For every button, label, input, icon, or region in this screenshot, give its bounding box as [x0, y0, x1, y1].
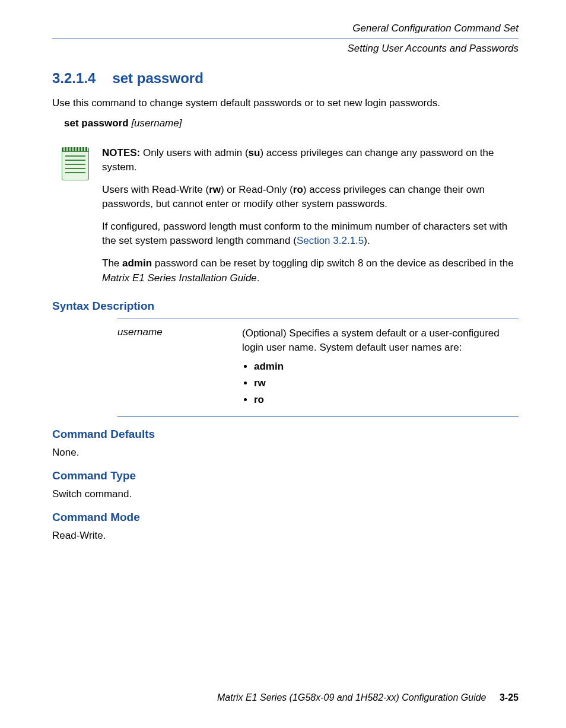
command-mode-text: Read-Write.: [52, 530, 519, 542]
intro-text: Use this command to change system defaul…: [52, 97, 519, 109]
running-header-section: Setting User Accounts and Passwords: [52, 43, 519, 55]
list-item: admin: [254, 360, 519, 374]
page: General Configuration Command Set Settin…: [0, 0, 566, 728]
page-footer: Matrix E1 Series (1G58x-09 and 1H582-xx)…: [52, 692, 519, 703]
table-row: username (Optional) Specifies a system d…: [117, 319, 519, 417]
syntax-args: [username]: [131, 117, 182, 129]
command-type-text: Switch command.: [52, 488, 519, 500]
note-p3: If configured, password length must conf…: [102, 220, 519, 248]
table-rule-bottom: [117, 417, 519, 417]
notes-label: NOTES:: [102, 147, 140, 158]
syntax-description-heading: Syntax Description: [52, 300, 519, 313]
section-heading: 3.2.1.4set password: [52, 70, 519, 87]
footer-page-number: 3-25: [500, 692, 519, 702]
section-title: set password: [112, 70, 203, 86]
list-item: rw: [254, 376, 519, 390]
header-rule: [52, 39, 519, 39]
command-type-heading: Command Type: [52, 469, 519, 482]
note-p1: NOTES: Only users with admin (su) access…: [102, 146, 519, 174]
syntax-key: username: [117, 326, 242, 410]
command-syntax: set password [username]: [52, 117, 519, 129]
note-p4: The admin password can be reset by toggl…: [102, 256, 519, 285]
syntax-description-table: username (Optional) Specifies a system d…: [117, 319, 519, 418]
syntax-value-list: admin rw ro: [242, 360, 519, 407]
command-mode-block: Command Mode Read-Write.: [52, 511, 519, 542]
notes-block: NOTES: Only users with admin (su) access…: [52, 146, 519, 285]
footer-doc-title: Matrix E1 Series (1G58x-09 and 1H582-xx)…: [217, 692, 486, 702]
section-link[interactable]: Section 3.2.1.5: [297, 235, 364, 246]
section-number: 3.2.1.4: [52, 70, 96, 86]
syntax-value: (Optional) Specifies a system default or…: [242, 326, 519, 410]
notepad-icon: [62, 147, 89, 180]
note-p2: Users with Read-Write (rw) or Read-Only …: [102, 183, 519, 211]
command-defaults-heading: Command Defaults: [52, 428, 519, 441]
command-type-block: Command Type Switch command.: [52, 469, 519, 500]
command-mode-heading: Command Mode: [52, 511, 519, 524]
command-defaults-text: None.: [52, 447, 519, 459]
command-defaults-block: Command Defaults None.: [52, 428, 519, 459]
notes-body: NOTES: Only users with admin (su) access…: [102, 146, 519, 285]
list-item: ro: [254, 393, 519, 407]
running-header-chapter: General Configuration Command Set: [52, 21, 519, 36]
notes-icon: [62, 146, 89, 285]
syntax-command: set password: [64, 117, 129, 129]
